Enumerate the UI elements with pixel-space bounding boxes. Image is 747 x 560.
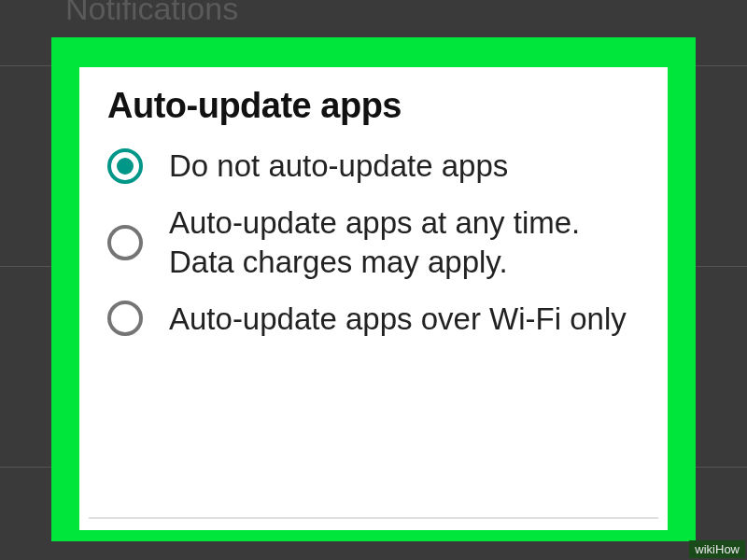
dialog-divider (89, 517, 658, 519)
dialog-title: Auto-update apps (107, 86, 644, 126)
radio-option-any-time[interactable]: Auto-update apps at any time. Data charg… (107, 203, 644, 281)
option-label: Do not auto-update apps (169, 147, 508, 185)
radio-icon (107, 225, 143, 260)
watermark: wikiHow (689, 540, 745, 558)
radio-icon (107, 301, 143, 336)
tutorial-highlight-frame: Auto-update apps Do not auto-update apps… (51, 37, 696, 541)
radio-option-wifi-only[interactable]: Auto-update apps over Wi-Fi only (107, 300, 644, 338)
option-label: Auto-update apps at any time. Data charg… (169, 203, 644, 281)
option-label: Auto-update apps over Wi-Fi only (169, 300, 627, 338)
radio-option-do-not-update[interactable]: Do not auto-update apps (107, 147, 644, 185)
radio-icon (107, 148, 143, 184)
background-section-title: Notifications (65, 0, 238, 27)
auto-update-dialog: Auto-update apps Do not auto-update apps… (79, 67, 668, 530)
